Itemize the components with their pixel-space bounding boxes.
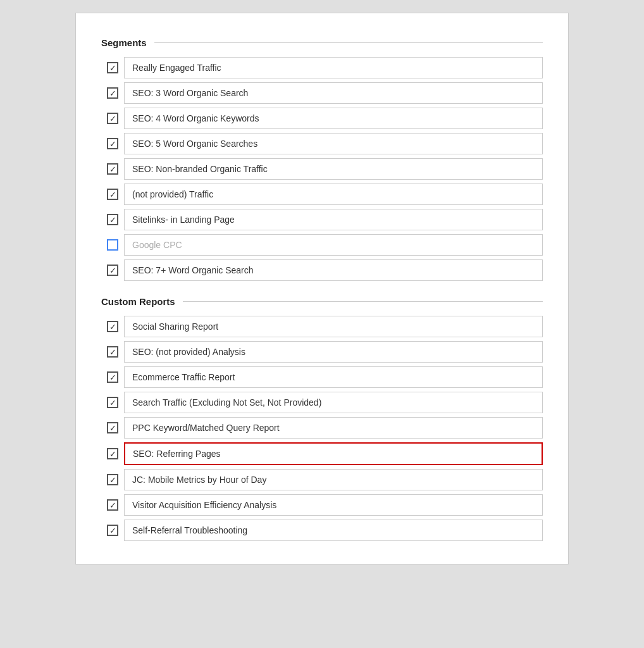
checkbox-cr6[interactable] <box>107 448 118 459</box>
list-item: Sitelinks- in Landing Page <box>101 209 543 230</box>
checkbox-wrap <box>101 87 124 99</box>
checkbox-cr5[interactable] <box>107 422 118 433</box>
segments-title: Segments <box>101 37 147 48</box>
item-label: Ecommerce Traffic Report <box>124 366 543 388</box>
checkbox-wrap <box>101 214 124 225</box>
checkbox-wrap <box>101 163 124 175</box>
main-container: Segments Really Engaged TrafficSEO: 3 Wo… <box>75 13 569 564</box>
list-item: (not provided) Traffic <box>101 184 543 205</box>
item-label: SEO: 5 Word Organic Searches <box>124 133 543 154</box>
checkbox-wrap <box>101 474 124 485</box>
item-label: JC: Mobile Metrics by Hour of Day <box>124 469 543 490</box>
item-label: Really Engaged Traffic <box>124 57 543 78</box>
checkbox-wrap <box>101 371 124 383</box>
list-item: Ecommerce Traffic Report <box>101 366 543 388</box>
list-item: SEO: Referring Pages <box>101 442 543 465</box>
list-item: SEO: 3 Word Organic Search <box>101 82 543 104</box>
list-item: Google CPC <box>101 234 543 256</box>
segments-section-header: Segments <box>101 37 543 48</box>
item-label: Search Traffic (Excluding Not Set, Not P… <box>124 392 543 413</box>
checkbox-wrap <box>101 499 124 511</box>
custom-reports-section-header: Custom Reports <box>101 296 543 307</box>
list-item: JC: Mobile Metrics by Hour of Day <box>101 469 543 490</box>
checkbox-cr3[interactable] <box>107 371 118 383</box>
item-label: PPC Keyword/Matched Query Report <box>124 417 543 439</box>
checkbox-seg1[interactable] <box>107 62 118 73</box>
item-label: Social Sharing Report <box>124 316 543 337</box>
checkbox-seg2[interactable] <box>107 87 118 99</box>
list-item: Search Traffic (Excluding Not Set, Not P… <box>101 392 543 413</box>
item-label: Google CPC <box>124 234 543 256</box>
checkbox-cr7[interactable] <box>107 474 118 485</box>
item-label: (not provided) Traffic <box>124 184 543 205</box>
item-label: SEO: 7+ Word Organic Search <box>124 259 543 281</box>
checkbox-seg5[interactable] <box>107 163 118 175</box>
custom-reports-section: Custom Reports Social Sharing ReportSEO:… <box>101 296 543 541</box>
checkbox-cr9[interactable] <box>107 525 118 536</box>
checkbox-seg8[interactable] <box>107 239 118 251</box>
checkbox-wrap <box>101 422 124 433</box>
list-item: SEO: Non-branded Organic Traffic <box>101 158 543 180</box>
segments-list: Really Engaged TrafficSEO: 3 Word Organi… <box>101 57 543 281</box>
list-item: Really Engaged Traffic <box>101 57 543 78</box>
list-item: SEO: 4 Word Organic Keywords <box>101 108 543 129</box>
checkbox-wrap <box>101 525 124 536</box>
checkbox-wrap <box>101 113 124 124</box>
checkbox-wrap <box>101 239 124 251</box>
checkbox-seg3[interactable] <box>107 113 118 124</box>
checkbox-wrap <box>101 448 124 459</box>
checkbox-cr2[interactable] <box>107 346 118 358</box>
item-label: SEO: (not provided) Analysis <box>124 341 543 363</box>
checkbox-wrap <box>101 62 124 73</box>
checkbox-wrap <box>101 346 124 358</box>
item-label: Visitor Acquisition Efficiency Analysis <box>124 494 543 516</box>
item-label: SEO: 3 Word Organic Search <box>124 82 543 104</box>
list-item: SEO: 7+ Word Organic Search <box>101 259 543 281</box>
checkbox-cr4[interactable] <box>107 397 118 408</box>
list-item: SEO: 5 Word Organic Searches <box>101 133 543 154</box>
checkbox-seg4[interactable] <box>107 138 118 149</box>
item-label: SEO: 4 Word Organic Keywords <box>124 108 543 129</box>
list-item: SEO: (not provided) Analysis <box>101 341 543 363</box>
item-label: Sitelinks- in Landing Page <box>124 209 543 230</box>
list-item: Self-Referral Troubleshooting <box>101 520 543 541</box>
item-label: Self-Referral Troubleshooting <box>124 520 543 541</box>
checkbox-wrap <box>101 321 124 332</box>
checkbox-seg7[interactable] <box>107 214 118 225</box>
item-label: SEO: Non-branded Organic Traffic <box>124 158 543 180</box>
checkbox-cr8[interactable] <box>107 499 118 511</box>
list-item: Visitor Acquisition Efficiency Analysis <box>101 494 543 516</box>
checkbox-wrap <box>101 189 124 200</box>
custom-reports-list: Social Sharing ReportSEO: (not provided)… <box>101 316 543 541</box>
checkbox-wrap <box>101 265 124 276</box>
checkbox-seg9[interactable] <box>107 265 118 276</box>
custom-reports-divider <box>183 301 543 302</box>
list-item: Social Sharing Report <box>101 316 543 337</box>
checkbox-wrap <box>101 397 124 408</box>
list-item: PPC Keyword/Matched Query Report <box>101 417 543 439</box>
checkbox-cr1[interactable] <box>107 321 118 332</box>
checkbox-wrap <box>101 138 124 149</box>
item-label: SEO: Referring Pages <box>124 442 543 465</box>
segments-divider <box>154 42 543 43</box>
custom-reports-title: Custom Reports <box>101 296 175 307</box>
checkbox-seg6[interactable] <box>107 189 118 200</box>
